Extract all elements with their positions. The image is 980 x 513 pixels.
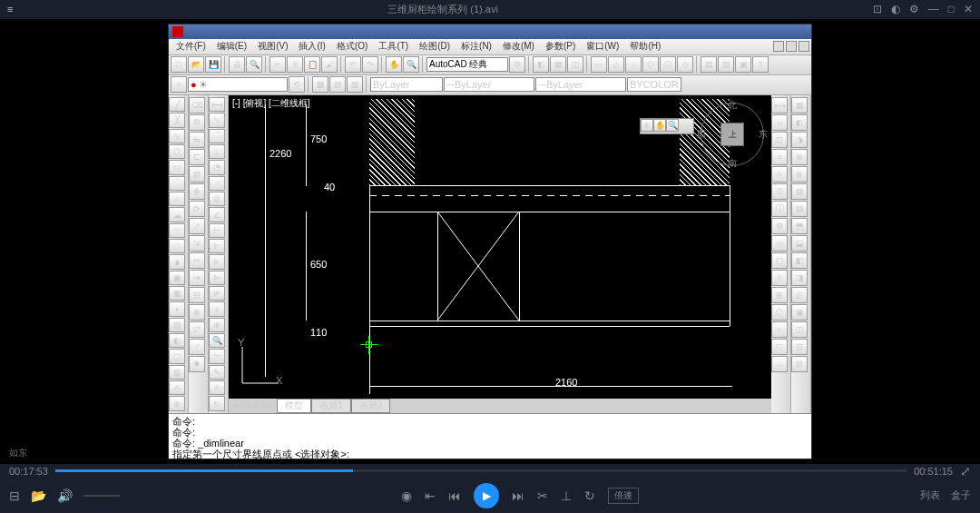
r3-icon[interactable]: ◊ xyxy=(771,270,788,286)
r2-icon[interactable]: ▢ xyxy=(771,252,788,269)
stretch-icon[interactable]: ⇲ xyxy=(189,235,205,252)
save-icon[interactable]: 💾 xyxy=(205,56,221,73)
folder-icon[interactable]: 📂 xyxy=(31,488,46,503)
pin-icon[interactable]: ⊡ xyxy=(873,3,882,15)
id-icon[interactable]: ⊹ xyxy=(771,166,788,183)
drawing-canvas[interactable]: [-] [俯视] [二维线框] xyxy=(229,95,771,399)
menu-window[interactable]: 窗口(W) xyxy=(581,40,624,53)
mtext-icon[interactable]: A xyxy=(169,380,185,395)
v1-icon[interactable]: ▦ xyxy=(791,97,808,113)
undo-icon[interactable]: ↶ xyxy=(345,56,361,73)
tb-extra8[interactable]: ⎔ xyxy=(660,56,676,73)
dimcont-icon[interactable]: ⊪ xyxy=(209,254,225,269)
ab-repeat-icon[interactable]: ⊥ xyxy=(561,488,572,503)
addsel-icon[interactable]: ⊕ xyxy=(169,396,185,410)
prev-icon[interactable]: ⏮ xyxy=(448,488,461,503)
v16-icon[interactable]: ⊞ xyxy=(791,356,808,372)
plotstyle-dropdown[interactable]: BYCOLOR xyxy=(627,77,681,92)
redo-icon[interactable]: ↷ xyxy=(362,56,378,73)
massprop-icon[interactable]: ⊡ xyxy=(771,132,788,148)
dimrad-icon[interactable]: ◔ xyxy=(209,160,225,174)
workspace-input[interactable] xyxy=(426,57,508,72)
rotate-icon[interactable]: ⟳ xyxy=(189,201,205,217)
tb-extra5[interactable]: △ xyxy=(608,56,624,73)
menu-format[interactable]: 格式(O) xyxy=(331,40,373,53)
v7-icon[interactable]: ▧ xyxy=(791,201,808,217)
tb-extra2[interactable]: ▦ xyxy=(550,56,566,73)
tb-extra12[interactable]: ▣ xyxy=(735,56,751,73)
dimspace-icon[interactable]: ⊫ xyxy=(209,271,225,285)
area-icon[interactable]: ▱ xyxy=(771,114,788,131)
pline-icon[interactable]: ∿ xyxy=(169,129,185,143)
trim-icon[interactable]: ✂ xyxy=(189,252,205,269)
v11-icon[interactable]: ◨ xyxy=(791,270,808,286)
centermark-icon[interactable]: ⊕ xyxy=(209,318,225,332)
dimjogline-icon[interactable]: 〜 xyxy=(209,349,225,363)
break-icon[interactable]: ⊟ xyxy=(189,287,205,303)
nav-small-toolbar[interactable]: ⊕ ✋ 🔍 xyxy=(640,118,694,134)
tb-extra10[interactable]: ▤ xyxy=(701,56,717,73)
expand-progress-icon[interactable]: ⤢ xyxy=(960,464,971,478)
polygon-icon[interactable]: ⬠ xyxy=(169,144,185,159)
menu-file[interactable]: 文件(F) xyxy=(171,40,211,53)
dimtedit-icon[interactable]: A xyxy=(209,380,225,395)
theme-icon[interactable]: ◐ xyxy=(891,3,900,15)
block2-icon[interactable]: ▨ xyxy=(329,76,346,93)
v2-icon[interactable]: ◐ xyxy=(791,114,808,131)
viewcube[interactable]: 上 北 南 东 西 xyxy=(701,103,764,166)
r7-icon[interactable]: ⬭ xyxy=(771,339,788,355)
array-icon[interactable]: ⊞ xyxy=(189,166,205,183)
spline-icon[interactable]: 〰 xyxy=(169,223,185,238)
nav-zoom-icon[interactable]: 🔍 xyxy=(666,119,679,132)
chamfer-icon[interactable]: ◸ xyxy=(189,321,205,338)
cad-min-icon[interactable]: - xyxy=(773,41,784,52)
tb-extra9[interactable]: ◇ xyxy=(677,56,693,73)
revcloud-icon[interactable]: ☁ xyxy=(169,207,185,222)
play-button[interactable]: ▶ xyxy=(474,483,499,508)
layer-mgr-icon[interactable]: ≡ xyxy=(171,76,187,93)
r5-icon[interactable]: ⬠ xyxy=(771,304,788,321)
dist-icon[interactable]: ⟷ xyxy=(771,97,788,113)
dimarc-icon[interactable]: ⌒ xyxy=(209,129,225,143)
setvar-icon[interactable]: ⚙ xyxy=(771,218,788,234)
v12-icon[interactable]: ⊡ xyxy=(791,287,808,303)
dimbreak-icon[interactable]: ⊭ xyxy=(209,286,225,301)
new-icon[interactable]: □ xyxy=(171,56,187,73)
menu-view[interactable]: 视图(V) xyxy=(252,40,293,53)
help-icon[interactable]: ? xyxy=(752,56,769,73)
dimdia-icon[interactable]: ⊘ xyxy=(209,192,225,206)
color-dropdown[interactable]: ByLayer xyxy=(370,77,443,92)
rotate-video-icon[interactable]: ↻ xyxy=(584,488,595,503)
mirror-icon[interactable]: ⇋ xyxy=(189,132,205,148)
v3-icon[interactable]: ◑ xyxy=(791,132,808,148)
next-icon[interactable]: ⏭ xyxy=(512,488,524,503)
cad-restore-icon[interactable]: □ xyxy=(786,41,797,52)
r1-icon[interactable]: ▭ xyxy=(771,235,788,252)
nav-pan-icon[interactable]: ✋ xyxy=(653,119,666,132)
dimlinear-icon[interactable]: ⟷ xyxy=(209,97,225,112)
maximize-icon[interactable]: □ xyxy=(948,3,955,15)
match-icon[interactable]: 🖌 xyxy=(321,56,338,73)
print-icon[interactable]: 🖨 xyxy=(229,56,245,73)
dimaligned-icon[interactable]: ⤡ xyxy=(209,113,225,127)
erase-icon[interactable]: ⌫ xyxy=(189,97,205,113)
cut-icon[interactable]: ✂ xyxy=(270,56,286,73)
scale-icon[interactable]: ⤢ xyxy=(189,218,205,234)
open-file-icon[interactable]: ⊟ xyxy=(9,488,20,503)
v8-icon[interactable]: ⬒ xyxy=(791,218,808,234)
menu-edit[interactable]: 编辑(E) xyxy=(211,40,252,53)
progress-bar[interactable] xyxy=(55,469,906,472)
circle-icon[interactable]: ○ xyxy=(169,192,185,206)
step-back-icon[interactable]: ⇤ xyxy=(425,488,436,503)
ellipse-icon[interactable]: ⬭ xyxy=(169,239,185,253)
tb-extra3[interactable]: ◫ xyxy=(567,56,583,73)
menu-modify[interactable]: 修改(M) xyxy=(497,40,540,53)
makeblock-icon[interactable]: ▦ xyxy=(169,286,185,301)
menu-help[interactable]: 帮助(H) xyxy=(624,40,666,53)
line-icon[interactable]: ╱ xyxy=(169,97,185,112)
copy-obj-icon[interactable]: ⧉ xyxy=(189,114,205,131)
explode-icon[interactable]: ✸ xyxy=(189,356,205,372)
menu-draw[interactable]: 绘图(D) xyxy=(414,40,456,53)
workspace-gear-icon[interactable]: ⚙ xyxy=(509,56,525,73)
menu-dimension[interactable]: 标注(N) xyxy=(456,40,497,53)
